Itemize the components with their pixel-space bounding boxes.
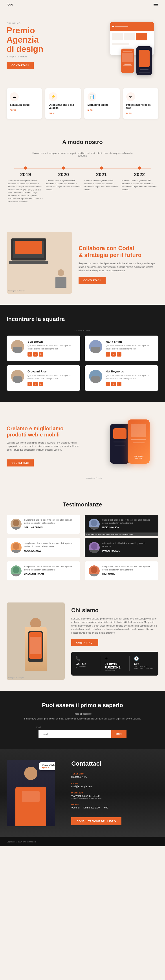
service-link-2[interactable]: DI PIÙ (49, 112, 55, 115)
contact-value-3: Via Washington 11, 21100 (71, 795, 159, 797)
team-info-4: Nat Reynolds Qua amet nisl lorem molesti… (105, 370, 154, 387)
testimonial-avatar-2 (89, 519, 100, 530)
timeline-section: A modo nostro Il nostro team si impegna … (0, 127, 165, 221)
collaborate-description: Eseguire con i vostri clienti può aiutar… (79, 262, 159, 272)
testimonial-name-6: MIMI PERRY (102, 573, 154, 576)
timeline-year-1: 2019 (6, 172, 45, 178)
testimonial-card-1: Sample text. Click to select the text bo… (6, 515, 80, 534)
twitter-icon-2[interactable]: t (111, 352, 116, 356)
contatti-cta-button[interactable]: CONSULTAZIONE DEL LIBRO (71, 817, 121, 825)
stat-item-2: ✦ 0+ (0#+0+ FUNZIONE Qui potet test (105, 656, 125, 671)
contact-label-2: Email (71, 782, 159, 784)
email-form-container: Email ISCRI (36, 726, 129, 738)
email-form-label: Email (36, 726, 129, 728)
team-text-4: Qua amet nisl lorem molestie arcu. Click… (105, 374, 154, 380)
team-avatar-3 (11, 370, 24, 383)
we-are-badge: We are a Web Agency (39, 762, 55, 770)
team-avatar-2 (89, 340, 102, 353)
hero-section: CHI SIAMO Premio Agenzia di design Immag… (0, 9, 165, 80)
testimonials-title: Testimonianze (6, 501, 159, 508)
linkedin-icon-2[interactable]: in (117, 352, 121, 356)
contatti-image-wrapper: We are a Web Agency (6, 760, 55, 826)
email-submit-button[interactable]: ISCRI (111, 730, 127, 738)
testimonial-avatar-3 (11, 542, 22, 553)
twitter-icon-3[interactable]: t (33, 382, 38, 387)
testimonial-avatar-5 (11, 565, 22, 576)
products-cta-button[interactable]: CONTATTACI (6, 460, 34, 466)
team-name-4: Nat Reynolds (105, 370, 154, 373)
hero-phone-dark (137, 46, 152, 75)
collaborate-title: Collabora con Codal & strategia per il f… (79, 245, 159, 259)
products-left: Creiamo e miglioriamo prodotti web e mob… (6, 425, 79, 466)
testimonial-card-6: Sample text. Click to select the text bo… (85, 562, 159, 581)
facebook-icon-4[interactable]: f (105, 382, 110, 387)
service-link-4[interactable]: DI PIÙ (126, 112, 132, 115)
linkedin-icon-1[interactable]: in (39, 352, 43, 356)
hero-cta-button[interactable]: CONTATTACI (6, 62, 34, 69)
products-img-label: Immagine di Freepix (86, 477, 102, 479)
team-info-3: Giovanni Ricci Qua amet nisl lorem moles… (27, 370, 76, 387)
stat-label-1: Qui potet test (76, 666, 96, 668)
service-card-2: ⚡ Ottimizzazione della velocità DI PIÙ (45, 88, 81, 119)
team-grid: Bob Brown Qua amet nisl lorem molestie a… (6, 336, 159, 391)
cta-title: Puoi essere il primo a saperlo (6, 702, 159, 709)
hero-title-line1: Premio (6, 26, 35, 35)
chi-siamo-image: Immagine di Freepix (6, 603, 65, 680)
facebook-icon-3[interactable]: f (27, 382, 32, 387)
team-socials-3: f t in (27, 382, 76, 387)
testimonial-card-3: Sample text. Click to select the text bo… (6, 538, 80, 557)
chi-siamo-right: Chi siamo L'articolo è attivato è attiva… (71, 607, 159, 676)
products-phone-dark (110, 424, 130, 464)
service-link-1[interactable]: DI PIÙ (10, 109, 16, 111)
contact-item-1: Telefono 8000 000 4447 (71, 773, 159, 778)
twitter-icon-4[interactable]: t (111, 382, 116, 387)
nav-menu-button[interactable] (154, 3, 159, 6)
team-card-2: Marla Smith Qua amet nisl lorem molestie… (85, 336, 159, 361)
stat-label-2: Qui potet test (105, 669, 125, 671)
stat-item-3: 🕐 Ore Lun — Ven: 9:00 — 18:00 / Sab — Do… (134, 656, 154, 671)
stat-icon-2: ✦ (105, 656, 125, 661)
footer-copyright: Copyright © 2024 by Site Masters (6, 841, 36, 843)
stat-item-1: 📞 Call Us Qui potet test (76, 656, 96, 671)
team-card-4: Nat Reynolds Qua amet nisl lorem molesti… (85, 365, 159, 391)
team-title: Incontrare la squadra (6, 316, 159, 323)
testimonial-text-1: Sample text. Click to select the text bo… (24, 519, 76, 525)
logo[interactable]: logo (6, 3, 13, 6)
linkedin-icon-3[interactable]: in (39, 382, 43, 387)
facebook-icon-2[interactable]: f (105, 352, 110, 356)
testimonial-card-2: Sample text. Click to select the text bo… (85, 515, 159, 534)
email-input[interactable] (39, 730, 111, 738)
products-right: Take a Makeyour click Immagine di Freepi… (86, 413, 159, 479)
service-card-4: </> Progettazione di siti web DI PIÙ (123, 88, 159, 119)
service-link-3[interactable]: DI PIÙ (88, 109, 93, 111)
service-card-3: 📊 Marketing online DI PIÙ (84, 88, 120, 119)
cta-description: Sample text. Lorem ipsum dolor sit amet,… (6, 717, 159, 721)
products-section: Creiamo e miglioriamo prodotti web e mob… (0, 402, 165, 490)
timeline-year-3: 2021 (82, 172, 121, 178)
team-img-label: Immagine di Freepix (6, 329, 159, 331)
contatti-section: We are a Web Agency Contattaci Telefono … (0, 749, 165, 837)
hero-title-line2: Agenzia (6, 35, 39, 45)
chi-siamo-cta-button[interactable]: CONTATTACI (71, 639, 98, 646)
stat-value-2: 0+ (0#+0+ FUNZIONE (105, 662, 125, 669)
chi-siamo-description: L'articolo è attivato è attivato ipsum y… (71, 617, 159, 635)
team-avatar-1 (11, 340, 24, 353)
linkedin-icon-4[interactable]: in (117, 382, 121, 387)
person-shirt (22, 791, 39, 802)
timeline-text-2: Promuoviamo della gestione delle possibi… (45, 179, 83, 191)
testimonial-info-5: Sample text. Click to select the text bo… (24, 565, 76, 576)
collaborate-cta-button[interactable]: CONTATTACI (79, 277, 105, 284)
hero-right (75, 18, 159, 80)
testimonials-grid: Sample text. Click to select the text bo… (6, 515, 159, 581)
hero-left: CHI SIAMO Premio Agenzia di design Immag… (6, 18, 71, 69)
twitter-icon-1[interactable]: t (33, 352, 38, 356)
facebook-icon-1[interactable]: f (27, 352, 32, 356)
team-name-1: Bob Brown (27, 340, 76, 343)
testimonial-text-6: Sample text. Click to select the text bo… (102, 565, 154, 571)
contact-label-3: Indirizzo (71, 792, 159, 794)
contact-value-1: 8000 000 4447 (71, 776, 159, 778)
team-socials-4: f t in (105, 382, 154, 387)
team-card-3: Giovanni Ricci Qua amet nisl lorem moles… (6, 365, 80, 391)
collaborate-img-label: Immagine da Freepik (8, 290, 25, 292)
hero-title: Premio Agenzia di design (6, 26, 71, 54)
